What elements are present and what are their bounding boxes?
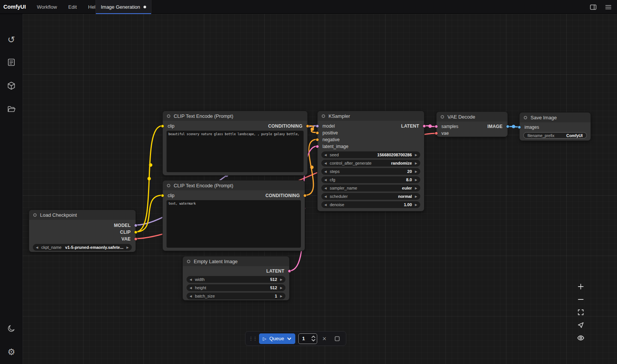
prompt-textarea[interactable]: text, watermark — [167, 200, 301, 248]
fit-view-icon[interactable] — [574, 307, 587, 318]
next-arrow-icon[interactable]: ▶ — [280, 286, 282, 290]
collapse-dot[interactable] — [187, 260, 190, 263]
prev-arrow-icon[interactable]: ◀ — [324, 162, 327, 165]
clip-input-dot[interactable] — [161, 194, 164, 197]
node-header[interactable]: Empty Latent Image — [183, 256, 289, 266]
node-header[interactable]: Save Image — [520, 113, 591, 122]
widget-cfg[interactable]: ◀ cfg 8.0 ▶ — [321, 176, 420, 183]
next-arrow-icon[interactable]: ▶ — [415, 178, 417, 182]
node-header[interactable]: VAE Decode — [437, 112, 507, 122]
slot-row: latent_image — [318, 143, 424, 150]
node-load-checkpoint[interactable]: Load Checkpoint MODEL CLIP VAE ◀ ckpt_na… — [29, 210, 136, 252]
prev-arrow-icon[interactable]: ◀ — [324, 170, 327, 173]
batch-count-input[interactable]: 1 — [298, 333, 317, 344]
clip-output-dot[interactable] — [134, 231, 137, 234]
prev-arrow-icon[interactable]: ◀ — [36, 246, 38, 249]
prev-arrow-icon[interactable]: ◀ — [190, 278, 192, 281]
theme-toggle-icon[interactable] — [5, 322, 17, 335]
menu-workflow[interactable]: Workflow — [31, 0, 63, 14]
model-input-dot[interactable] — [316, 125, 319, 128]
collapse-dot[interactable] — [167, 114, 170, 118]
next-arrow-icon[interactable]: ▶ — [415, 162, 417, 165]
panel-toggle-icon[interactable] — [588, 2, 598, 12]
node-header[interactable]: Load Checkpoint — [29, 210, 136, 220]
node-header[interactable]: KSampler — [318, 111, 424, 121]
workflows-folder-icon[interactable] — [5, 103, 17, 115]
interrupt-icon[interactable]: × — [319, 333, 330, 344]
next-arrow-icon[interactable]: ▶ — [415, 170, 417, 173]
latent-image-input-dot[interactable] — [316, 145, 319, 148]
latent-output-dot[interactable] — [288, 270, 291, 273]
widget-denoise[interactable]: ◀ denoise 1.00 ▶ — [321, 201, 420, 208]
next-arrow-icon[interactable]: ▶ — [280, 295, 282, 298]
negative-input-dot[interactable] — [316, 138, 319, 142]
node-library-icon[interactable] — [5, 56, 17, 68]
increment-icon[interactable] — [312, 336, 315, 338]
node-header[interactable]: CLIP Text Encode (Prompt) — [163, 180, 305, 190]
images-input-dot[interactable] — [518, 126, 521, 129]
menu-edit[interactable]: Edit — [63, 0, 82, 14]
collapse-dot[interactable] — [33, 213, 37, 217]
settings-gear-icon[interactable]: ⚙ — [5, 346, 17, 358]
node-clip-text-encode-negative[interactable]: CLIP Text Encode (Prompt) clip CONDITION… — [162, 180, 305, 251]
collapse-dot[interactable] — [441, 115, 444, 119]
node-header[interactable]: CLIP Text Encode (Prompt) — [163, 111, 307, 121]
clear-queue-icon[interactable] — [332, 333, 343, 344]
widget-batch-size[interactable]: ◀ batch_size 1 ▶ — [187, 293, 285, 299]
image-output-dot[interactable] — [506, 125, 509, 128]
node-ksampler[interactable]: KSampler model LATENT positive negative … — [317, 111, 424, 211]
zoom-in-icon[interactable] — [574, 281, 587, 292]
collapse-dot[interactable] — [524, 116, 527, 119]
latent-output-dot[interactable] — [423, 125, 426, 128]
widget-height[interactable]: ◀ height 512 ▶ — [187, 284, 285, 291]
prompt-textarea[interactable]: beautiful scenery nature glass bottle la… — [167, 131, 304, 172]
prev-arrow-icon[interactable]: ◀ — [190, 295, 192, 298]
positive-input-dot[interactable] — [316, 131, 319, 135]
drag-handle-icon[interactable]: ⋮⋮ — [248, 336, 257, 341]
samples-input-dot[interactable] — [435, 125, 438, 128]
widget-scheduler[interactable]: ◀ scheduler normal ▶ — [321, 193, 420, 200]
queue-history-icon[interactable]: ↺ — [5, 34, 17, 46]
widget-sampler-name[interactable]: ◀ sampler_name euler ▶ — [321, 185, 420, 191]
collapse-dot[interactable] — [167, 184, 170, 187]
collapse-dot[interactable] — [322, 114, 325, 118]
next-arrow-icon[interactable]: ▶ — [280, 278, 282, 281]
prev-arrow-icon[interactable]: ◀ — [324, 153, 327, 157]
next-arrow-icon[interactable]: ▶ — [415, 195, 417, 198]
next-arrow-icon[interactable]: ▶ — [415, 187, 417, 190]
widget-control-after-generate[interactable]: ◀ control_after_generate randomize ▶ — [321, 160, 420, 167]
select-mode-cursor-icon[interactable] — [574, 319, 587, 331]
zoom-out-icon[interactable] — [574, 294, 587, 305]
model-library-icon[interactable] — [5, 80, 17, 92]
clip-input-dot[interactable] — [161, 125, 164, 128]
node-save-image[interactable]: Save Image images filename_prefix ComfyU… — [519, 112, 591, 141]
prev-arrow-icon[interactable]: ◀ — [324, 203, 327, 207]
toggle-visibility-eye-icon[interactable] — [574, 332, 587, 344]
conditioning-output-dot[interactable] — [306, 125, 309, 128]
widget-width[interactable]: ◀ width 512 ▶ — [187, 276, 285, 283]
prev-arrow-icon[interactable]: ◀ — [324, 195, 327, 198]
widget-seed[interactable]: ◀ seed 156680208700286 ▶ — [321, 151, 420, 158]
prev-arrow-icon[interactable]: ◀ — [190, 286, 192, 290]
prev-arrow-icon[interactable]: ◀ — [324, 178, 327, 182]
node-vae-decode[interactable]: VAE Decode samples IMAGE vae — [436, 111, 508, 137]
chevron-down-icon[interactable] — [287, 336, 292, 341]
next-arrow-icon[interactable]: ▶ — [126, 246, 129, 249]
vae-output-dot[interactable] — [134, 238, 137, 241]
node-empty-latent-image[interactable]: Empty Latent Image LATENT ◀ width 512 ▶ … — [182, 256, 290, 301]
widget-filename-prefix[interactable]: filename_prefix ComfyUI — [523, 132, 587, 139]
model-output-dot[interactable] — [134, 224, 137, 227]
node-clip-text-encode-positive[interactable]: CLIP Text Encode (Prompt) clip CONDITION… — [162, 111, 308, 176]
node-title: Empty Latent Image — [194, 259, 238, 264]
widget-steps[interactable]: ◀ steps 20 ▶ — [321, 168, 420, 175]
vae-input-dot[interactable] — [435, 132, 438, 135]
conditioning-output-dot[interactable] — [303, 194, 307, 197]
prev-arrow-icon[interactable]: ◀ — [324, 187, 327, 190]
decrement-icon[interactable] — [312, 339, 315, 341]
tab-image-generation[interactable]: Image Generation — [96, 0, 151, 14]
widget-ckpt-name[interactable]: ◀ ckpt_name v1-5-pruned-emaonly.safete..… — [33, 244, 132, 251]
queue-button[interactable]: ▷ Queue — [259, 333, 295, 344]
next-arrow-icon[interactable]: ▶ — [415, 203, 417, 207]
next-arrow-icon[interactable]: ▶ — [415, 153, 417, 157]
hamburger-menu-icon[interactable] — [603, 2, 613, 12]
